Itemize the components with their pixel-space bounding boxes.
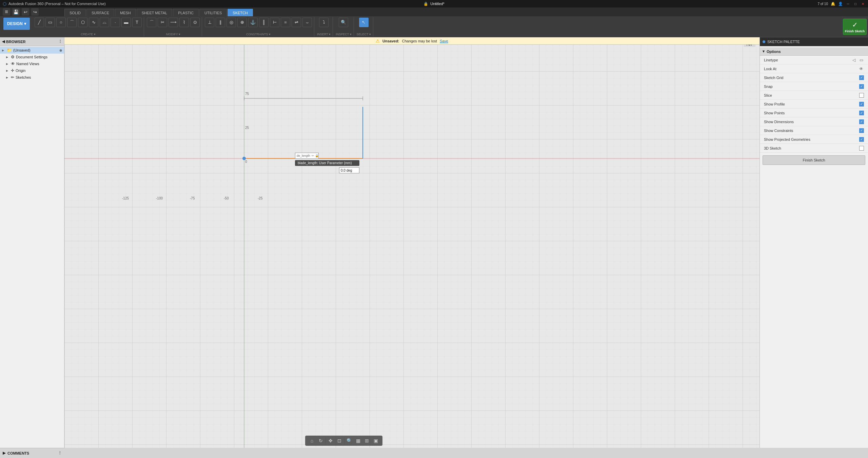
showprofile-checkbox[interactable]	[859, 102, 864, 107]
conic-tool[interactable]: ⌓	[100, 18, 109, 27]
circle-tool[interactable]: ○	[56, 18, 66, 27]
zoom-in-btn[interactable]: 🔍	[345, 437, 353, 445]
linetype-expand-icon[interactable]: ▭	[859, 57, 864, 63]
palette-option-showprofile: Show Profile	[760, 100, 868, 109]
fix-constraint[interactable]: ⚓	[248, 18, 258, 27]
browser-collapse-arrow[interactable]: ◀	[2, 39, 5, 44]
save-link[interactable]: Save	[440, 39, 448, 43]
lock-icon: 🔒	[423, 2, 428, 6]
rect-tool[interactable]: ▭	[45, 18, 55, 27]
tree-icon-4: ✏	[11, 75, 14, 80]
home-btn[interactable]: ⌂	[308, 437, 316, 445]
spline-tool[interactable]: ∿	[89, 18, 98, 27]
showprojected-checkbox[interactable]	[859, 137, 864, 142]
minimize-button[interactable]: ─	[846, 1, 850, 6]
showconstraints-checkbox[interactable]	[859, 128, 864, 133]
comments-expand-arrow[interactable]: ▶	[3, 451, 5, 455]
views-btn[interactable]: ▦	[354, 437, 362, 445]
browser-item-origin[interactable]: ▶ ✛ Origin	[0, 67, 64, 74]
constraints-label: CONSTRAINTS ▾	[246, 33, 271, 36]
design-label: DESIGN	[7, 21, 23, 26]
perpendicular-constraint[interactable]: ⊢	[270, 18, 279, 27]
finish-label: Finish Sketch	[845, 30, 865, 33]
angle-input-field[interactable]: 0.0 deg	[339, 167, 359, 173]
create-icons: ╱ ▭ ○ ⌒ ⬡ ∿ ⌓ · ▬ T	[35, 18, 142, 27]
dim-lock-icon[interactable]: 🔒	[315, 154, 319, 157]
insert-btn[interactable]: ⤵	[319, 18, 329, 27]
equal-constraint[interactable]: =	[281, 18, 290, 27]
snap-checkbox[interactable]	[859, 84, 864, 89]
browser-options[interactable]: ⋮	[58, 39, 62, 44]
angle-input-container: 0.0 deg	[339, 167, 359, 173]
dim-field-name: de_length	[297, 154, 310, 157]
showpoints-checkbox[interactable]	[859, 111, 864, 115]
offset-tool[interactable]: ⊙	[190, 18, 200, 27]
user-icon[interactable]: 👤	[838, 2, 843, 6]
fillet-tool[interactable]: ⌒	[147, 18, 156, 27]
close-button[interactable]: ✕	[861, 1, 865, 6]
trim-tool[interactable]: ✂	[158, 18, 167, 27]
grid-btn[interactable]: ⊞	[363, 437, 371, 445]
arc-tool[interactable]: ⌒	[67, 18, 77, 27]
toolbar-undo-btn[interactable]: ↩	[22, 8, 29, 16]
point-tool[interactable]: ·	[111, 18, 120, 27]
tab-sheetmetal[interactable]: SHEET METAL	[137, 9, 172, 16]
extend-tool[interactable]: ⟶	[169, 18, 178, 27]
palette-option-snap: Snap	[760, 82, 868, 91]
maximize-button[interactable]: □	[853, 1, 858, 6]
notification-icon[interactable]: 🔔	[831, 2, 835, 6]
symmetry-constraint[interactable]: ⇌	[292, 18, 301, 27]
showdimensions-checkbox[interactable]	[859, 119, 864, 124]
tab-sketch[interactable]: SKETCH	[228, 9, 253, 16]
browser-item-unsaved[interactable]: ▶ 📁 (Unsaved) ⊕	[0, 47, 64, 54]
linetype-label: Linetype	[764, 58, 778, 62]
tab-solid[interactable]: SOLID	[64, 9, 86, 16]
tab-utilities[interactable]: UTILITIES	[199, 9, 227, 16]
finish-sketch-btn-palette[interactable]: Finish Sketch	[763, 155, 865, 165]
browser-item-sketches[interactable]: ▶ ✏ Sketches	[0, 74, 64, 81]
break-tool[interactable]: ⌇	[179, 18, 189, 27]
concentric-constraint[interactable]: ◎	[226, 18, 236, 27]
finish-sketch-button[interactable]: ✓ Finish Sketch	[843, 19, 867, 35]
inspect-btn[interactable]: 🔍	[339, 18, 348, 27]
tab-surface[interactable]: SURFACE	[86, 9, 114, 16]
select-icons: ↖	[359, 18, 369, 27]
collinear-constraint[interactable]: ∥	[216, 18, 225, 27]
display-btn[interactable]: ▣	[372, 437, 380, 445]
select-btn[interactable]: ↖	[359, 18, 369, 27]
design-dropdown-section: DESIGN ▾	[1, 17, 32, 37]
tab-plastic[interactable]: PLASTIC	[173, 9, 199, 16]
app-icon: ⬡	[3, 1, 6, 6]
polygon-tool[interactable]: ⬡	[78, 18, 87, 27]
slot-tool[interactable]: ▬	[121, 18, 131, 27]
sketchgrid-checkbox[interactable]	[859, 75, 864, 80]
smooth-constraint[interactable]: ⌣	[302, 18, 312, 27]
dimension-input-field[interactable]: de_length ✏ 🔒	[295, 153, 319, 159]
toolbar-redo-btn[interactable]: ↪	[31, 8, 39, 16]
text-tool[interactable]: T	[132, 18, 142, 27]
lookat-icon[interactable]: 👁	[859, 66, 864, 72]
pan-btn[interactable]: ✥	[327, 437, 335, 445]
design-dropdown[interactable]: DESIGN ▾	[3, 18, 30, 30]
browser-item-docsettings[interactable]: ▶ ⚙ Document Settings	[0, 54, 64, 60]
3dsketch-checkbox[interactable]	[859, 146, 864, 151]
zoom-fit-btn[interactable]: ⊡	[335, 437, 343, 445]
parallel-constraint[interactable]: ║	[259, 18, 269, 27]
line-tool[interactable]: ╱	[35, 18, 44, 27]
dimension-tooltip: blade_length: User Parameter (mm)	[295, 160, 359, 166]
toolbar-save-btn[interactable]: 💾	[12, 8, 20, 16]
tree-arrow-4: ▶	[6, 76, 9, 79]
linetype-edit-icon[interactable]: ◁	[851, 57, 856, 63]
midpoint-constraint[interactable]: ⊕	[237, 18, 247, 27]
slice-checkbox[interactable]	[859, 93, 864, 98]
canvas-area[interactable]: -125 -100 -75 -50 -25 75 25 0 de_length …	[64, 37, 760, 448]
toolbar-new-btn[interactable]: ≡	[3, 8, 10, 16]
browser-item-namedviews[interactable]: ▶ 👁 Named Views	[0, 60, 64, 67]
coincident-constraint[interactable]: ⊥	[205, 18, 214, 27]
dim-edit-icon[interactable]: ✏	[312, 154, 314, 157]
orbit-btn[interactable]: ↻	[317, 437, 325, 445]
comments-options[interactable]: ⋮	[58, 451, 62, 455]
tab-mesh[interactable]: MESH	[115, 9, 136, 16]
tree-options-0[interactable]: ⊕	[59, 49, 62, 52]
options-section-header[interactable]: ▾ Options	[760, 47, 868, 56]
